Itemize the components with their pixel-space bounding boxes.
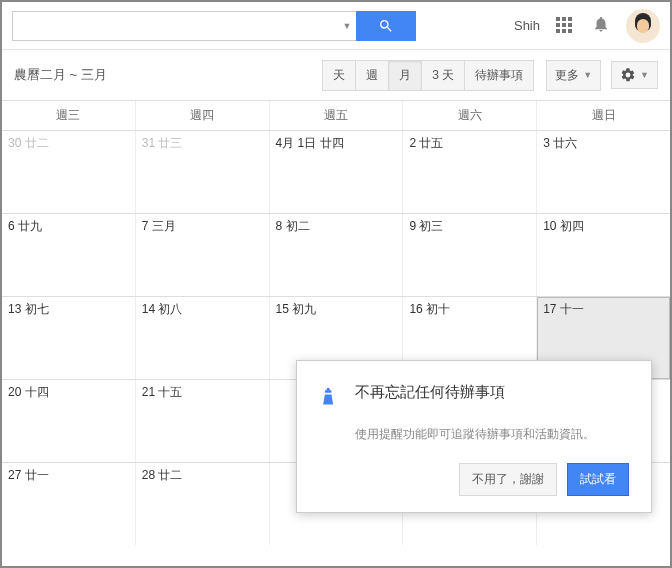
day-number: 27 廿一 — [8, 468, 49, 482]
calendar-cell[interactable]: 6 廿九 — [2, 214, 135, 296]
day-number: 16 初十 — [409, 302, 450, 316]
day-number: 3 廿六 — [543, 136, 577, 150]
day-number: 14 初八 — [142, 302, 183, 316]
calendar-cell[interactable]: 2 廿五 — [402, 131, 536, 213]
chevron-down-icon: ▼ — [640, 70, 649, 80]
calendar-cell[interactable]: 30 廿二 — [2, 131, 135, 213]
day-number: 7 三月 — [142, 219, 176, 233]
calendar-cell[interactable]: 8 初二 — [269, 214, 403, 296]
search-options-caret[interactable]: ▼ — [338, 11, 356, 41]
view-week-button[interactable]: 週 — [355, 60, 389, 91]
calendar-cell[interactable]: 4月 1日 廿四 — [269, 131, 403, 213]
day-number: 30 廿二 — [8, 136, 49, 150]
day-header: 週日 — [536, 101, 670, 130]
username-label: Shih — [514, 18, 540, 33]
more-label: 更多 — [555, 67, 579, 84]
calendar-cell[interactable]: 31 廿三 — [135, 131, 269, 213]
try-button[interactable]: 試試看 — [567, 463, 629, 496]
calendar-cell[interactable]: 14 初八 — [135, 297, 269, 379]
more-button[interactable]: 更多 ▼ — [546, 60, 601, 91]
day-number: 31 廿三 — [142, 136, 183, 150]
calendar-cell[interactable]: 10 初四 — [536, 214, 670, 296]
day-number: 4月 1日 廿四 — [276, 136, 344, 150]
search-input[interactable] — [12, 11, 338, 41]
calendar-cell[interactable]: 27 廿一 — [2, 463, 135, 545]
day-number: 15 初九 — [276, 302, 317, 316]
calendar-cell[interactable]: 9 初三 — [402, 214, 536, 296]
calendar-cell[interactable]: 7 三月 — [135, 214, 269, 296]
day-number: 28 廿二 — [142, 468, 183, 482]
gear-icon — [620, 67, 636, 83]
avatar[interactable] — [626, 9, 660, 43]
day-number: 21 十五 — [142, 385, 183, 399]
settings-button[interactable]: ▼ — [611, 61, 658, 89]
view-day-button[interactable]: 天 — [322, 60, 356, 91]
popup-subtitle: 使用提醒功能即可追蹤待辦事項和活動資訊。 — [355, 426, 629, 443]
view-switcher: 天 週 月 3 天 待辦事項 — [322, 60, 534, 91]
day-number: 13 初七 — [8, 302, 49, 316]
calendar-cell[interactable]: 13 初七 — [2, 297, 135, 379]
chevron-down-icon: ▼ — [583, 70, 592, 80]
day-number: 20 十四 — [8, 385, 49, 399]
view-month-button[interactable]: 月 — [388, 60, 422, 91]
popup-title: 不再忘記任何待辦事項 — [355, 383, 505, 402]
search-icon — [378, 18, 394, 34]
day-header: 週三 — [2, 101, 135, 130]
lunar-date-label: 農曆二月 ~ 三月 — [14, 66, 107, 84]
notifications-icon[interactable] — [592, 15, 610, 36]
day-number: 9 初三 — [409, 219, 443, 233]
day-number: 10 初四 — [543, 219, 584, 233]
day-header: 週五 — [269, 101, 403, 130]
calendar-cell[interactable]: 20 十四 — [2, 380, 135, 462]
day-number: 17 十一 — [543, 302, 584, 316]
reminder-icon — [319, 385, 339, 412]
search-button[interactable] — [356, 11, 416, 41]
day-header: 週四 — [135, 101, 269, 130]
view-tasks-button[interactable]: 待辦事項 — [464, 60, 534, 91]
day-number: 2 廿五 — [409, 136, 443, 150]
view-3day-button[interactable]: 3 天 — [421, 60, 465, 91]
calendar-cell[interactable]: 3 廿六 — [536, 131, 670, 213]
day-number: 8 初二 — [276, 219, 310, 233]
day-header: 週六 — [402, 101, 536, 130]
dismiss-button[interactable]: 不用了，謝謝 — [459, 463, 557, 496]
apps-icon[interactable] — [556, 17, 574, 35]
calendar-cell[interactable]: 21 十五 — [135, 380, 269, 462]
calendar-cell[interactable]: 28 廿二 — [135, 463, 269, 545]
reminder-popup: 不再忘記任何待辦事項 使用提醒功能即可追蹤待辦事項和活動資訊。 不用了，謝謝 試… — [296, 360, 652, 513]
day-number: 6 廿九 — [8, 219, 42, 233]
